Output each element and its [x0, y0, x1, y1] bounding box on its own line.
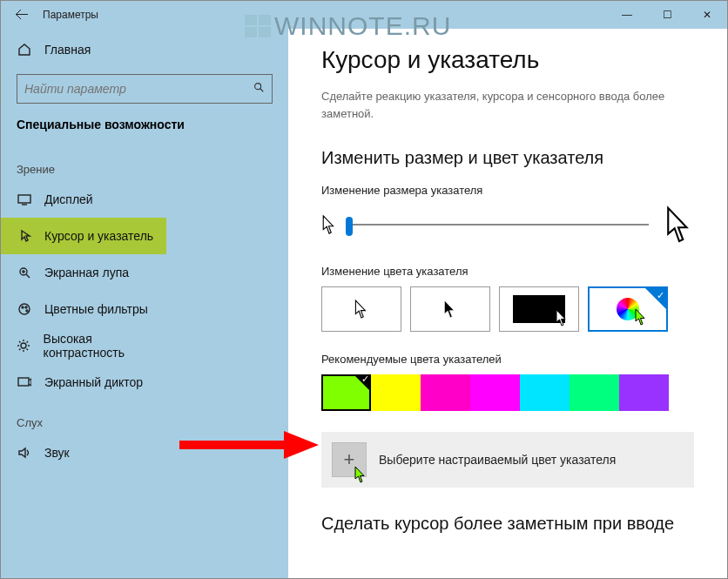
pointer-color-custom[interactable] — [588, 286, 668, 332]
svg-rect-21 — [18, 378, 29, 386]
narrator-icon — [17, 374, 32, 390]
back-button[interactable]: 🡠 — [1, 7, 43, 23]
sidebar-item-color-filters[interactable]: Цветные фильтры — [1, 291, 166, 327]
sidebar-item-display[interactable]: Дисплей — [1, 181, 166, 218]
sidebar: Главная Специальные возможности Зрение Д… — [1, 29, 288, 578]
sidebar-item-magnifier[interactable]: Экранная лупа — [1, 254, 166, 291]
page-description: Сделайте реакцию указателя, курсора и се… — [321, 88, 694, 122]
sidebar-item-label: Высокая контрастность — [44, 332, 166, 360]
high-contrast-icon — [17, 338, 31, 353]
svg-point-9 — [22, 306, 24, 308]
pointer-size-slider[interactable] — [346, 224, 649, 226]
magnifier-icon — [17, 265, 32, 280]
sidebar-item-label: Курсор и указатель — [44, 229, 153, 243]
recommended-color-swatch[interactable] — [520, 374, 570, 411]
recommended-color-swatch[interactable] — [321, 374, 371, 411]
svg-point-11 — [26, 310, 28, 312]
annotation-arrow-icon — [179, 428, 319, 462]
large-cursor-icon — [664, 205, 694, 244]
sidebar-item-narrator[interactable]: Экранный диктор — [1, 364, 166, 401]
recommended-color-swatch[interactable] — [421, 374, 470, 411]
svg-line-18 — [27, 349, 29, 351]
search-box[interactable] — [17, 74, 273, 104]
recommended-colors-row — [321, 374, 694, 411]
label-pointer-color: Изменение цвета указателя — [321, 265, 694, 278]
window-title: Параметры — [43, 9, 98, 21]
cursor-icon — [17, 228, 32, 244]
recommended-color-swatch[interactable] — [619, 374, 669, 411]
pointer-color-row — [321, 286, 694, 332]
recommended-color-swatch[interactable] — [470, 374, 520, 411]
search-input[interactable] — [24, 82, 253, 96]
sidebar-item-sound[interactable]: Звук — [1, 434, 166, 471]
sidebar-item-label: Цветные фильтры — [44, 302, 148, 316]
section-heading-cursor-visible: Сделать курсор более заметным при вводе — [321, 514, 694, 534]
pointer-color-black[interactable] — [410, 286, 490, 332]
recommended-color-swatch[interactable] — [570, 374, 619, 411]
custom-color-label: Выберите настраиваемый цвет указателя — [379, 453, 616, 467]
home-icon — [17, 42, 32, 57]
pointer-color-inverted[interactable] — [499, 286, 579, 332]
sidebar-heading: Специальные возможности — [1, 112, 288, 147]
custom-color-row[interactable]: + Выберите настраиваемый цвет указателя — [321, 432, 694, 488]
sidebar-item-label: Экранная лупа — [44, 266, 129, 279]
pointer-color-white[interactable] — [321, 286, 401, 332]
label-recommended-colors: Рекомендуемые цвета указателей — [321, 353, 694, 366]
svg-line-5 — [26, 274, 30, 278]
sound-icon — [17, 445, 32, 461]
slider-thumb[interactable] — [346, 217, 353, 236]
sidebar-item-label: Дисплей — [44, 192, 93, 206]
sidebar-item-cursor[interactable]: Курсор и указатель — [1, 218, 166, 254]
svg-line-1 — [260, 89, 264, 92]
svg-marker-23 — [284, 431, 319, 459]
color-filters-icon — [17, 301, 32, 317]
sidebar-item-label: Экранный диктор — [44, 375, 143, 389]
label-pointer-size: Изменение размера указателя — [321, 184, 694, 197]
sidebar-home[interactable]: Главная — [1, 32, 288, 67]
sidebar-item-high-contrast[interactable]: Высокая контрастность — [1, 327, 166, 364]
svg-point-10 — [25, 306, 27, 308]
svg-rect-2 — [18, 195, 30, 203]
svg-point-12 — [21, 343, 26, 348]
sidebar-sub-vision: Зрение — [1, 147, 288, 181]
titlebar: 🡠 Параметры — ☐ ✕ — [1, 1, 727, 29]
svg-point-0 — [255, 84, 261, 90]
recommended-color-swatch[interactable] — [371, 374, 421, 411]
sidebar-item-label: Звук — [44, 446, 70, 460]
content-area: Курсор и указатель Сделайте реакцию указ… — [288, 29, 727, 578]
minimize-button[interactable]: — — [607, 1, 647, 29]
pointer-size-slider-row — [321, 205, 694, 244]
maximize-button[interactable]: ☐ — [647, 1, 687, 29]
svg-line-17 — [19, 341, 21, 343]
section-heading-size-color: Изменить размер и цвет указателя — [321, 148, 694, 168]
page-title: Курсор и указатель — [321, 46, 694, 74]
sidebar-home-label: Главная — [44, 43, 91, 57]
svg-point-8 — [19, 304, 30, 314]
search-icon — [253, 81, 265, 97]
mouse-cursor-icon — [354, 466, 367, 483]
add-custom-color-button[interactable]: + — [332, 442, 367, 477]
small-cursor-icon — [321, 214, 337, 235]
close-button[interactable]: ✕ — [687, 1, 727, 29]
svg-line-19 — [19, 349, 21, 351]
svg-line-20 — [27, 341, 29, 343]
display-icon — [17, 192, 32, 207]
